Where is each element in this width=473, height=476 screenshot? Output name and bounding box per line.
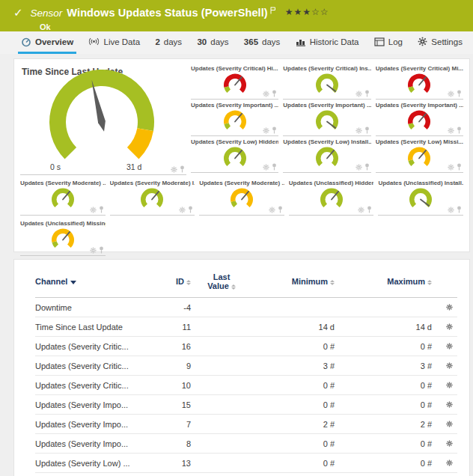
channel-maximum: 14 d <box>335 323 432 332</box>
gear-icon[interactable] <box>355 127 362 134</box>
tab-settings[interactable]: Settings <box>415 31 466 54</box>
gauge-arc <box>409 159 415 166</box>
gauge-title: Updates (Severity Critical) Mi... <box>376 64 463 72</box>
table-row: Updates (Severity Low) ... 3 0 # 0 # <box>35 473 457 476</box>
channel-settings-button[interactable] <box>446 361 457 370</box>
gear-icon[interactable] <box>269 207 275 213</box>
pin-icon[interactable] <box>457 163 462 171</box>
priority-stars[interactable]: ★★★☆☆ <box>285 7 329 17</box>
gear-icon[interactable] <box>179 207 186 213</box>
tab-live-data[interactable]: Live Data <box>85 31 143 54</box>
tab-overview[interactable]: Overview <box>18 31 76 54</box>
gear-icon[interactable] <box>263 127 269 134</box>
column-header-last-value[interactable]: Last Value <box>205 272 238 290</box>
pin-icon[interactable] <box>272 90 277 97</box>
pin-icon[interactable] <box>457 90 462 97</box>
gear-icon[interactable] <box>90 247 97 254</box>
column-header-id[interactable]: ID <box>143 277 191 286</box>
priority-flag-icon[interactable] <box>270 4 276 17</box>
channel-maximum: 0 # <box>335 381 432 390</box>
gear-icon[interactable] <box>448 127 454 134</box>
tab-365-days[interactable]: 365 days <box>241 31 283 54</box>
tab-30-days[interactable]: 30 days <box>194 31 231 54</box>
gear-icon[interactable] <box>446 440 453 447</box>
sensor-status-text: Ok <box>0 22 473 31</box>
channel-name: Updates (Severity Critic... <box>35 381 143 390</box>
channel-maximum: 0 # <box>335 459 432 468</box>
gear-icon[interactable] <box>446 362 453 369</box>
pin-icon[interactable] <box>278 206 283 213</box>
channel-id: 16 <box>143 342 191 351</box>
channel-settings-button[interactable] <box>446 381 457 390</box>
mini-gauge <box>219 109 251 132</box>
pin-icon[interactable] <box>364 163 370 171</box>
mini-gauge <box>311 73 344 95</box>
gear-icon[interactable] <box>171 166 177 173</box>
gear-icon[interactable] <box>446 460 453 466</box>
pin-icon[interactable] <box>188 206 193 213</box>
channel-minimum: 0 # <box>252 400 335 409</box>
gear-icon[interactable] <box>446 323 453 330</box>
mini-gauge <box>404 187 437 210</box>
pin-icon[interactable] <box>99 206 104 213</box>
gear-icon[interactable] <box>446 343 453 350</box>
pin-icon[interactable] <box>457 206 462 213</box>
channel-settings-button[interactable] <box>446 459 457 468</box>
gauge-tile: Updates (Severity Critical) Mi... <box>376 64 463 100</box>
channels-table-panel: Channel ID Last Value Minimum Maximum Do… <box>13 259 470 476</box>
gear-icon[interactable] <box>446 421 453 427</box>
gear-icon[interactable] <box>448 207 454 213</box>
pin-icon[interactable] <box>99 246 104 254</box>
channel-minimum: 0 # <box>252 459 335 468</box>
gear-icon[interactable] <box>263 91 269 97</box>
tab-historic-data[interactable]: Historic Data <box>293 31 362 54</box>
gear-icon <box>418 37 427 46</box>
pin-icon[interactable] <box>364 90 370 97</box>
mini-gauge <box>219 146 251 168</box>
gear-icon[interactable] <box>355 164 362 171</box>
tab-log[interactable]: Log <box>371 31 406 54</box>
mini-gauge <box>311 109 344 132</box>
gear-icon[interactable] <box>446 304 453 311</box>
gear-icon[interactable] <box>358 207 364 213</box>
channel-name: Updates (Severity Impo... <box>35 420 143 429</box>
gauge-tile: Updates (Unclassified) Install... <box>378 178 463 216</box>
tab-2-days[interactable]: 2 days <box>152 31 185 54</box>
broadcast-icon <box>88 37 100 46</box>
table-row: Downtime -4 <box>35 298 457 317</box>
table-header-row: Channel ID Last Value Minimum Maximum <box>35 269 457 298</box>
gauge-arc <box>409 123 415 129</box>
mini-gauge <box>219 73 251 95</box>
gear-icon[interactable] <box>446 401 453 408</box>
channel-settings-button[interactable] <box>446 342 457 351</box>
column-header-maximum[interactable]: Maximum <box>335 277 432 286</box>
channel-name: Downtime <box>35 303 143 312</box>
gear-icon[interactable] <box>446 382 453 388</box>
channel-settings-button[interactable] <box>446 303 457 312</box>
channel-settings-button[interactable] <box>446 439 457 448</box>
gear-icon[interactable] <box>448 91 454 97</box>
gauge-title: Updates (Severity Moderate) ... <box>20 178 106 186</box>
column-header-minimum[interactable]: Minimum <box>252 277 335 286</box>
channel-settings-button[interactable] <box>446 323 457 332</box>
channel-id: -4 <box>143 303 191 312</box>
pin-icon[interactable] <box>272 163 277 171</box>
gauge-title: Updates (Severity Moderate) ... <box>199 178 284 186</box>
gauge-tile: Updates (Severity Low) Missi... <box>376 137 463 173</box>
pin-icon[interactable] <box>457 126 462 134</box>
channel-minimum: 0 # <box>252 342 335 351</box>
gear-icon[interactable] <box>263 164 269 171</box>
channel-settings-button[interactable] <box>446 420 457 429</box>
pin-icon[interactable] <box>364 126 370 134</box>
column-header-channel[interactable]: Channel <box>35 277 143 286</box>
gear-icon[interactable] <box>448 164 454 171</box>
channel-settings-button[interactable] <box>446 400 457 409</box>
gear-icon[interactable] <box>355 91 362 97</box>
channel-minimum: 3 # <box>252 361 335 370</box>
gauge-title: Updates (Severity Important) ... <box>376 100 463 109</box>
channel-minimum: 2 # <box>252 420 335 429</box>
pin-icon[interactable] <box>367 206 372 213</box>
pin-icon[interactable] <box>272 126 277 134</box>
pin-icon[interactable] <box>180 165 185 173</box>
gear-icon[interactable] <box>90 207 97 213</box>
